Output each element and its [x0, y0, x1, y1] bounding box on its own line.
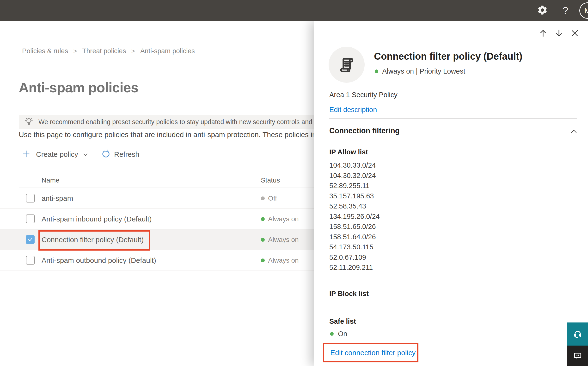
flyout-controls [535, 27, 583, 39]
help-button[interactable]: ? [557, 0, 574, 21]
feedback-button[interactable] [567, 346, 588, 366]
scroll-icon [337, 55, 356, 74]
gear-icon [537, 5, 548, 17]
row-checkbox[interactable] [26, 256, 35, 265]
edit-description-link[interactable]: Edit description [329, 106, 377, 114]
policy-description: Area 1 Security Policy [329, 91, 397, 99]
chevron-down-icon [82, 152, 89, 159]
close-flyout-button[interactable] [567, 27, 583, 39]
previous-item-button[interactable] [535, 27, 551, 39]
help-icon: ? [563, 5, 568, 16]
ip-allow-list: 104.30.33.0/24 104.30.32.0/24 52.89.255.… [329, 160, 380, 273]
ip-block-list-label: IP Block list [329, 290, 369, 298]
status-dot-green [330, 332, 334, 336]
collapse-section-button[interactable] [570, 128, 578, 137]
headset-icon [572, 328, 583, 340]
toolbar: Create policy Refresh [22, 147, 139, 162]
status-dot-green [261, 217, 265, 221]
page-description: Use this page to configure policies that… [19, 130, 333, 139]
chevron-up-icon [570, 128, 578, 136]
feedback-icon [573, 351, 583, 361]
support-button[interactable] [567, 322, 588, 346]
ip-entry: 52.11.209.211 [329, 262, 380, 273]
breadcrumb: Policies & rules > Threat policies > Ant… [22, 47, 195, 55]
ip-entry: 52.89.255.11 [329, 181, 380, 191]
refresh-icon [102, 150, 110, 159]
ip-entry: 158.51.65.0/26 [329, 221, 380, 232]
breadcrumb-separator: > [73, 47, 77, 55]
status-dot-green [261, 259, 265, 262]
create-policy-label: Create policy [36, 150, 78, 159]
status-badge: Always on [261, 215, 299, 223]
avatar-initial: M [584, 6, 588, 15]
status-dot-green [261, 238, 265, 242]
ip-allow-list-label: IP Allow list [329, 148, 368, 156]
breadcrumb-anti-spam[interactable]: Anti-spam policies [140, 47, 195, 55]
safe-list-status: On [330, 330, 347, 338]
ip-entry: 134.195.26.0/24 [329, 211, 380, 222]
annotation-highlight: Edit connection filter policy [323, 343, 419, 362]
arrow-up-icon [538, 28, 548, 38]
arrow-down-icon [554, 28, 564, 38]
policy-name: Anti-spam inbound policy (Default) [42, 215, 152, 223]
policy-name: anti-spam [42, 194, 73, 202]
ip-entry: 158.51.64.0/26 [329, 232, 380, 242]
banner-text: We recommend enabling preset security po… [38, 118, 352, 126]
divider [329, 119, 577, 119]
row-checkbox-checked[interactable] [26, 235, 35, 244]
app-window: ? M Policies & rules > Threat policies >… [0, 0, 588, 366]
close-icon [570, 29, 579, 38]
top-bar: ? M [0, 0, 588, 21]
settings-button[interactable] [534, 0, 551, 21]
ip-entry: 52.0.67.109 [329, 252, 380, 263]
create-policy-button[interactable]: Create policy [22, 150, 89, 159]
flyout-status: Always on | Priority Lowest [375, 67, 465, 75]
status-badge: Off [261, 195, 277, 202]
policy-icon-circle [329, 47, 365, 83]
ip-entry: 52.58.35.43 [329, 201, 380, 211]
status-badge: Always on [261, 257, 299, 264]
section-connection-filtering: Connection filtering [329, 127, 400, 135]
policy-name: Connection filter policy (Default) [42, 236, 144, 244]
flyout-title: Connection filter policy (Default) [374, 51, 571, 62]
column-header-name[interactable]: Name [42, 176, 59, 184]
plus-icon [22, 150, 30, 159]
lightbulb-icon [24, 117, 34, 127]
ip-entry: 104.30.32.0/24 [329, 170, 380, 181]
account-avatar[interactable]: M [579, 2, 588, 19]
ip-entry: 54.173.50.115 [329, 242, 380, 252]
refresh-label: Refresh [114, 150, 139, 159]
status-dot-green [375, 69, 378, 73]
policy-details-flyout: Connection filter policy (Default) Alway… [314, 21, 588, 366]
row-checkbox[interactable] [26, 214, 35, 223]
status-badge: Always on [261, 236, 299, 244]
column-header-status[interactable]: Status [261, 176, 280, 184]
safe-list-label: Safe list [329, 317, 356, 325]
row-checkbox[interactable] [26, 194, 35, 202]
refresh-button[interactable]: Refresh [89, 150, 139, 159]
breadcrumb-policies-rules[interactable]: Policies & rules [22, 47, 68, 55]
check-icon [27, 237, 33, 242]
breadcrumb-threat-policies[interactable]: Threat policies [82, 47, 126, 55]
page-title: Anti-spam policies [19, 79, 138, 95]
status-dot-gray [261, 197, 265, 200]
breadcrumb-separator: > [131, 47, 135, 55]
ip-entry: 104.30.33.0/24 [329, 160, 380, 170]
policy-name: Anti-spam outbound policy (Default) [42, 256, 156, 265]
next-item-button[interactable] [551, 27, 567, 39]
edit-connection-filter-policy-link[interactable]: Edit connection filter policy [330, 349, 416, 357]
ip-entry: 35.157.195.63 [329, 191, 380, 201]
